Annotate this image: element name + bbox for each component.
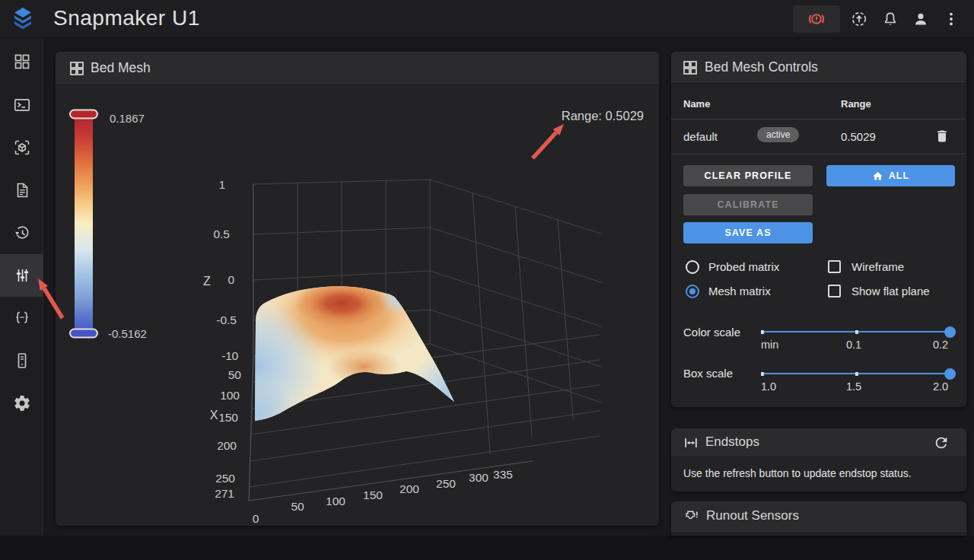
svg-text:200: 200 — [217, 439, 237, 452]
account-icon[interactable] — [912, 10, 930, 28]
refresh-icon[interactable] — [933, 434, 950, 451]
runout-panel-header: Runout Sensors — [671, 501, 966, 533]
table-divider — [671, 154, 966, 154]
color-scale-label: Color scale — [683, 326, 740, 339]
y-axis-ticks: 0 50 100 150 200 250 300 335 — [253, 468, 513, 525]
svg-text:250: 250 — [215, 472, 235, 485]
runout-sensor-icon — [683, 509, 700, 526]
sidebar-item-history[interactable] — [0, 212, 43, 254]
box-scale-thumb[interactable] — [944, 368, 956, 380]
emergency-stop-icon — [806, 8, 827, 30]
checkbox-show-flat-plane[interactable] — [828, 285, 841, 298]
box-scale-tick-min: 1.0 — [761, 380, 776, 393]
color-scale-tick-min: min — [761, 339, 778, 351]
color-scale-thumb[interactable] — [944, 326, 956, 338]
code-braces-icon — [13, 309, 31, 327]
colorbar: 0.1867 -0.5162 — [70, 110, 147, 341]
sidebar — [0, 38, 43, 536]
console-icon — [13, 96, 31, 114]
svg-text:100: 100 — [326, 495, 345, 508]
slider-tick — [761, 330, 764, 334]
sidebar-item-preview[interactable] — [0, 126, 43, 169]
svg-text:300: 300 — [469, 471, 489, 484]
update-icon[interactable] — [850, 10, 868, 28]
checkbox-wireframe[interactable] — [828, 260, 841, 273]
colorbar-max-value: 0.1867 — [110, 112, 145, 125]
colorbar-min-handle[interactable] — [70, 329, 97, 338]
svg-text:1: 1 — [218, 178, 225, 191]
controls-title: Bed Mesh Controls — [705, 59, 818, 75]
emergency-stop-button[interactable] — [793, 5, 840, 33]
notifications-icon[interactable] — [881, 10, 899, 28]
sidebar-item-settings[interactable] — [0, 382, 43, 425]
bed-mesh-controls-panel: Bed Mesh Controls Name Range default act… — [671, 52, 966, 407]
sidebar-item-dashboard[interactable] — [0, 40, 43, 83]
color-scale-tick-mid: 0.1 — [846, 339, 861, 351]
color-scale-tick-max: 0.2 — [933, 339, 948, 351]
endstops-message: Use the refresh button to update endstop… — [683, 467, 912, 479]
bed-mesh-chart[interactable]: 1 0.5 0 -0.5 -1 Z 0 50 100 150 200 250 2… — [56, 85, 659, 526]
status-badge: active — [757, 127, 799, 142]
svg-text:0: 0 — [228, 273, 234, 286]
sidebar-item-tune[interactable] — [0, 254, 43, 297]
column-header-name: Name — [683, 98, 710, 110]
save-as-button[interactable]: SAVE AS — [683, 222, 813, 243]
box-scale-label: Box scale — [683, 367, 733, 380]
svg-text:0: 0 — [231, 349, 238, 362]
z-axis-label: Z — [203, 275, 211, 288]
home-all-button[interactable]: ALL — [826, 165, 955, 186]
bed-mesh-panel: Bed Mesh — [56, 52, 659, 526]
file-icon — [13, 181, 31, 199]
app-logo[interactable] — [9, 5, 37, 33]
controls-panel-header: Bed Mesh Controls — [671, 52, 966, 84]
svg-text:50: 50 — [228, 368, 242, 381]
history-icon — [13, 224, 31, 242]
x-axis-label: X — [210, 409, 218, 422]
profile-range: 0.5029 — [841, 130, 876, 143]
home-icon — [872, 170, 883, 182]
delete-icon[interactable] — [934, 129, 950, 144]
svg-text:0: 0 — [253, 512, 259, 525]
sidebar-item-configure[interactable] — [0, 297, 43, 339]
svg-text:0.5: 0.5 — [213, 228, 230, 240]
calibrate-button[interactable]: CALIBRATE — [683, 194, 813, 215]
slider-tick — [855, 372, 858, 376]
svg-text:150: 150 — [218, 411, 238, 424]
checkbox-show-flat-plane-label: Show flat plane — [851, 285, 930, 298]
radio-mesh-matrix-label: Mesh matrix — [708, 285, 771, 298]
z-axis-ticks: 1 0.5 0 -0.5 -1 — [213, 178, 237, 362]
content-area: Bed Mesh — [44, 38, 974, 536]
overflow-menu-icon[interactable] — [942, 10, 960, 28]
colorbar-min-value: -0.5162 — [108, 327, 147, 340]
runout-title: Runout Sensors — [706, 508, 799, 523]
mesh-surface — [244, 274, 468, 434]
tune-icon — [13, 266, 31, 285]
colorbar-max-handle[interactable] — [70, 110, 97, 119]
sidebar-item-console[interactable] — [0, 84, 43, 126]
x-axis-ticks: 0 50 100 150 200 250 271 — [215, 349, 241, 500]
bed-mesh-panel-header: Bed Mesh — [56, 52, 659, 85]
profile-name: default — [683, 130, 718, 143]
sidebar-item-jobs[interactable] — [0, 169, 43, 212]
table-row[interactable]: default active 0.5029 — [671, 119, 966, 154]
radio-probed-matrix[interactable] — [686, 260, 699, 274]
slider-tick — [855, 330, 858, 334]
svg-text:271: 271 — [215, 487, 234, 500]
svg-text:250: 250 — [436, 477, 456, 490]
endstops-icon — [683, 435, 699, 450]
svg-text:200: 200 — [399, 482, 419, 495]
box-scale-tick-mid: 1.5 — [846, 380, 861, 393]
sidebar-item-system[interactable] — [0, 339, 43, 382]
clear-profile-button[interactable]: CLEAR PROFILE — [683, 165, 813, 186]
slider-tick — [761, 372, 764, 376]
column-header-range: Range — [841, 98, 871, 110]
radio-mesh-matrix[interactable] — [686, 285, 699, 298]
grid-icon — [683, 61, 697, 75]
gear-icon — [13, 394, 31, 412]
svg-text:-0.5: -0.5 — [216, 313, 237, 326]
svg-text:335: 335 — [493, 468, 513, 481]
grid-icon — [70, 62, 84, 75]
dashboard-icon — [13, 52, 31, 71]
server-icon — [13, 352, 31, 370]
page-title: Snapmaker U1 — [53, 6, 200, 30]
